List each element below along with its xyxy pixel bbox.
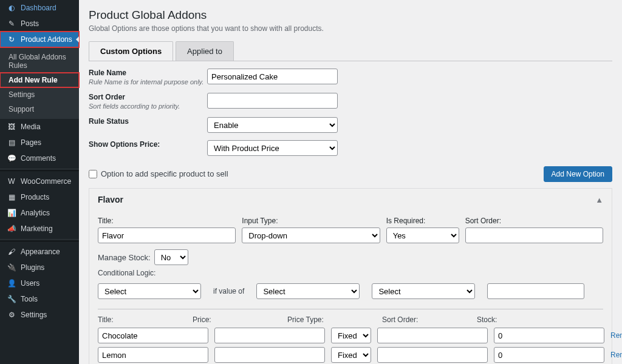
row-remove-link[interactable]: Remove	[610, 351, 622, 359]
conditional-logic-label: Conditional Logic:	[98, 269, 603, 277]
sidebar-item-products[interactable]: ▦Products	[0, 189, 79, 205]
sidebar-item-woocommerce[interactable]: WWooCommerce	[0, 174, 79, 189]
sidebar-item-comments[interactable]: 💬Comments	[0, 150, 79, 166]
rule-status-select[interactable]: Enable	[207, 117, 338, 133]
row-title-input[interactable]	[98, 328, 208, 343]
rule-status-label: Rule Status	[89, 117, 207, 126]
option-row: FixedRemove	[98, 347, 603, 363]
sidebar-item-settings[interactable]: ⚙Settings	[0, 307, 79, 323]
comments-icon: 💬	[6, 154, 17, 163]
sidebar-item-media[interactable]: 🖾Media	[0, 119, 79, 135]
row-title-input[interactable]	[98, 347, 208, 363]
sidebar-item-users[interactable]: 👤Users	[0, 275, 79, 291]
page-description: Global Options are those options that yo…	[89, 24, 612, 33]
settings-icon: ⚙	[6, 311, 17, 319]
sidebar-item-marketing[interactable]: 📣Marketing	[0, 221, 79, 237]
rule-name-input[interactable]	[207, 69, 338, 84]
opt-title-input[interactable]	[98, 228, 236, 243]
admin-sidebar: ◐Dashboard✎Posts↻Product AddonsAll Globa…	[0, 0, 79, 364]
opt-sort-order-label: Sort Order:	[465, 217, 603, 225]
product-addons-icon: ↻	[6, 35, 17, 44]
submenu-item-all-global-addons-rules[interactable]: All Global Addons Rules	[0, 50, 79, 73]
appearance-icon: 🖌	[6, 248, 17, 256]
sidebar-item-appearance[interactable]: 🖌Appearance	[0, 244, 79, 260]
woocommerce-icon: W	[6, 177, 17, 186]
manage-stock-label: Manage Stock:	[98, 253, 151, 262]
col-price-type: Price Type:	[287, 315, 376, 324]
specific-product-check[interactable]: Option to add specific product to sell	[89, 169, 228, 178]
plugins-icon: 🔌	[6, 263, 17, 272]
option-row: FixedRemove	[98, 328, 603, 343]
col-sort-order: Sort Order:	[382, 315, 471, 324]
opt-input-type-select[interactable]: Drop-down	[242, 228, 380, 243]
pages-icon: ▤	[6, 138, 17, 147]
posts-icon: ✎	[6, 19, 17, 28]
opt-input-type-label: Input Type:	[242, 217, 380, 225]
dashboard-icon: ◐	[6, 4, 17, 12]
cond-value3-input[interactable]	[487, 283, 584, 299]
sidebar-item-product-addons[interactable]: ↻Product Addons	[0, 32, 79, 47]
users-icon: 👤	[6, 279, 17, 288]
show-price-label: Show Options Price:	[89, 140, 207, 149]
opt-required-select[interactable]: Yes	[386, 228, 459, 243]
sidebar-item-tools[interactable]: 🔧Tools	[0, 291, 79, 307]
main-content: Product Global Addons Global Options are…	[79, 0, 622, 364]
row-sort-order-input[interactable]	[377, 347, 488, 363]
rule-name-label: Rule Name Rule Name is for internal purp…	[89, 69, 207, 86]
option-panel-title: Flavor	[98, 195, 123, 204]
sort-order-label: Sort Order Sort fields according to prio…	[89, 93, 207, 110]
sidebar-item-posts[interactable]: ✎Posts	[0, 16, 79, 32]
page-title: Product Global Addons	[89, 0, 612, 24]
cond-value1-select[interactable]: Select	[256, 283, 360, 299]
row-price-type-select[interactable]: Fixed	[331, 347, 371, 363]
row-price-input[interactable]	[214, 347, 325, 363]
marketing-icon: 📣	[6, 224, 17, 233]
col-price: Price:	[193, 315, 281, 324]
row-price-input[interactable]	[214, 328, 325, 343]
show-price-select[interactable]: With Product Price	[207, 140, 338, 156]
manage-stock-select[interactable]: No	[154, 249, 188, 265]
row-stock-input[interactable]	[494, 328, 604, 343]
tabs-bar: Custom Options Applied to	[89, 41, 612, 61]
col-stock: Stock:	[477, 315, 566, 324]
submenu-item-support[interactable]: Support	[0, 102, 79, 116]
sidebar-item-pages[interactable]: ▤Pages	[0, 135, 79, 150]
row-remove-link[interactable]: Remove	[610, 331, 622, 340]
tab-applied-to[interactable]: Applied to	[176, 41, 234, 61]
specific-product-checkbox[interactable]	[89, 170, 97, 178]
row-sort-order-input[interactable]	[377, 328, 488, 343]
submenu-item-add-new-rule[interactable]: Add New Rule	[0, 73, 79, 87]
sidebar-item-dashboard[interactable]: ◐Dashboard	[0, 0, 79, 16]
cond-value2-select[interactable]: Select	[372, 283, 475, 299]
sort-order-input[interactable]	[207, 93, 338, 109]
products-icon: ▦	[6, 193, 17, 201]
opt-required-label: Is Required:	[386, 217, 459, 225]
col-title: Title:	[98, 315, 186, 324]
collapse-icon[interactable]: ▲	[595, 195, 603, 204]
row-stock-input[interactable]	[494, 347, 604, 363]
opt-sort-order-input[interactable]	[465, 228, 603, 243]
add-new-option-button[interactable]: Add New Option	[544, 166, 612, 182]
sidebar-item-plugins[interactable]: 🔌Plugins	[0, 260, 79, 275]
row-price-type-select[interactable]: Fixed	[331, 328, 371, 343]
opt-title-label: Title:	[98, 217, 236, 225]
tab-custom-options[interactable]: Custom Options	[89, 41, 173, 61]
analytics-icon: 📊	[6, 209, 17, 217]
cond-mid-text: if value of	[213, 287, 244, 295]
submenu-item-settings[interactable]: Settings	[0, 87, 79, 102]
cond-left-select[interactable]: Select	[98, 283, 201, 299]
sidebar-item-analytics[interactable]: 📊Analytics	[0, 205, 79, 221]
media-icon: 🖾	[6, 123, 17, 131]
option-panel-flavor: Flavor ▲ Title: Input Type: Drop-down Is…	[89, 188, 612, 364]
tools-icon: 🔧	[6, 295, 17, 303]
